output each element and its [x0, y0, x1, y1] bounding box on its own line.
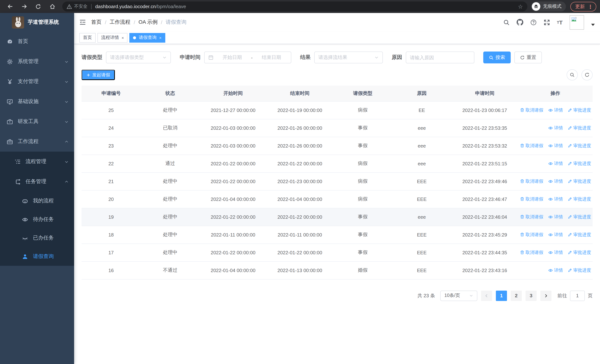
cancel-leave-link[interactable]: 取消请假: [520, 107, 543, 113]
tag-home[interactable]: 首页: [79, 33, 96, 42]
browser-back-icon[interactable]: [4, 2, 16, 11]
sidebar-item-task-mgmt[interactable]: 任务管理: [0, 172, 74, 192]
approval-progress-link[interactable]: 审批进度: [568, 142, 591, 149]
close-icon[interactable]: ×: [122, 35, 124, 40]
approval-progress-link[interactable]: 审批进度: [568, 107, 591, 113]
sidebar-item-process-mgmt[interactable]: 流程管理: [0, 152, 74, 172]
cancel-leave-link[interactable]: 取消请假: [520, 232, 543, 238]
cell-reason: EEE: [392, 190, 451, 208]
approval-progress-link[interactable]: 审批进度: [568, 267, 591, 273]
cancel-leave-link[interactable]: 取消请假: [520, 214, 543, 220]
eye-icon: [548, 108, 553, 112]
browser-reload-icon[interactable]: [32, 2, 45, 11]
browser-menu-icon[interactable]: ⋮: [588, 4, 593, 9]
detail-link[interactable]: 详情: [548, 249, 563, 256]
sidebar-item-todo-tasks[interactable]: 待办任务: [0, 210, 74, 229]
detail-link[interactable]: 详情: [548, 160, 563, 167]
cancel-leave-label: 取消请假: [525, 232, 543, 238]
refresh-table-button[interactable]: [581, 69, 593, 80]
approval-progress-link[interactable]: 审批进度: [568, 178, 591, 184]
address-bar[interactable]: 不安全 dashboard.yudao.iocoder.cn/bpm/oa/le…: [62, 1, 527, 11]
col-leave-type: 请假类型: [333, 86, 392, 101]
detail-link[interactable]: 详情: [548, 142, 563, 149]
result-label: 结果: [300, 54, 310, 61]
search-icon[interactable]: [503, 19, 509, 25]
page-size-select[interactable]: 10条/页: [440, 290, 477, 301]
help-icon[interactable]: [530, 19, 536, 25]
sidebar-item-devtools[interactable]: 研发工具: [0, 112, 74, 131]
page-button-2[interactable]: 2: [511, 290, 522, 301]
breadcrumb-oa-example[interactable]: OA 示例: [139, 19, 158, 26]
detail-link[interactable]: 详情: [548, 232, 563, 238]
close-icon[interactable]: ×: [159, 35, 162, 40]
search-icon: [570, 72, 575, 77]
goto-page-input[interactable]: [570, 290, 585, 301]
avatar-caret-icon[interactable]: [591, 24, 595, 26]
sidebar-item-home[interactable]: 首页: [0, 31, 74, 52]
create-leave-button[interactable]: 发起请假: [82, 70, 115, 80]
sidebar-item-leave-query[interactable]: 请假查询: [0, 247, 74, 266]
approval-progress-link[interactable]: 审批进度: [568, 125, 591, 131]
tag-leave-query[interactable]: 请假查询 ×: [130, 33, 165, 42]
detail-link[interactable]: 详情: [548, 178, 563, 184]
breadcrumb-workflow[interactable]: 工作流程: [110, 19, 131, 26]
approval-progress-link[interactable]: 审批进度: [568, 196, 591, 202]
cell-start-time: 2022-01-04 00:00:00: [200, 190, 266, 208]
tag-process-detail[interactable]: 流程详情 ×: [97, 33, 128, 42]
fullscreen-icon[interactable]: [544, 19, 550, 25]
result-select[interactable]: 请选择流结果: [314, 52, 383, 63]
approval-progress-link[interactable]: 审批进度: [568, 214, 591, 220]
detail-link[interactable]: 详情: [548, 214, 563, 220]
breadcrumb-home[interactable]: 首页: [91, 19, 102, 26]
detail-link[interactable]: 详情: [548, 107, 563, 113]
sidebar-item-infra[interactable]: 基础设施: [0, 92, 74, 112]
sidebar-logo-row[interactable]: 芋道管理系统: [0, 13, 74, 31]
cell-apply-id: 24: [82, 119, 141, 137]
sidebar-item-label: 流程管理: [26, 158, 46, 165]
col-reason: 原因: [392, 86, 451, 101]
sidebar-item-my-process[interactable]: 我的流程: [0, 192, 74, 210]
page-button-3[interactable]: 3: [525, 290, 537, 301]
search-button[interactable]: 搜索: [483, 52, 511, 63]
page-button-1[interactable]: 1: [496, 290, 507, 301]
cancel-leave-link[interactable]: 取消请假: [520, 196, 543, 202]
sidebar-item-system[interactable]: 系统管理: [0, 52, 74, 72]
browser-home-icon[interactable]: [46, 2, 58, 11]
font-size-icon[interactable]: TT: [557, 19, 562, 25]
cancel-leave-link[interactable]: 取消请假: [520, 178, 543, 184]
bookmark-star-icon[interactable]: ☆: [518, 4, 523, 9]
sidebar-item-workflow[interactable]: 工作流程: [0, 131, 74, 152]
sidebar-collapse-icon[interactable]: [79, 19, 86, 26]
app-title: 芋道管理系统: [28, 19, 59, 26]
avatar[interactable]: [570, 15, 584, 29]
cell-leave-type: 事假: [333, 243, 392, 261]
cancel-leave-link[interactable]: 取消请假: [520, 249, 543, 256]
show-search-toggle-button[interactable]: [567, 69, 578, 80]
tags-view-bar: 首页 流程详情 × 请假查询 ×: [74, 31, 600, 44]
reset-button[interactable]: 重置: [514, 52, 542, 63]
leave-type-select[interactable]: 请选择请假类型: [106, 52, 171, 63]
sidebar-item-done-tasks[interactable]: 已办任务: [0, 229, 74, 247]
detail-link[interactable]: 详情: [548, 196, 563, 202]
browser-update-button[interactable]: 更新 ⋮: [570, 2, 596, 11]
browser-forward-icon[interactable]: [18, 2, 30, 11]
apply-time-range-picker[interactable]: 开始日期 - 结束日期: [204, 52, 291, 63]
cell-actions: 取消请假 详情 审批进度: [518, 190, 593, 208]
reason-input[interactable]: [410, 55, 470, 60]
approval-progress-link[interactable]: 审批进度: [568, 232, 591, 238]
sidebar-item-payment[interactable]: 支付管理: [0, 72, 74, 92]
prev-page-button[interactable]: [481, 290, 492, 301]
update-label[interactable]: 更新: [575, 3, 585, 10]
cancel-leave-link[interactable]: 取消请假: [520, 142, 543, 149]
approval-progress-link[interactable]: 审批进度: [568, 160, 591, 167]
detail-link[interactable]: 详情: [548, 267, 563, 273]
sidebar-item-label: 研发工具: [18, 118, 38, 125]
next-page-button[interactable]: [540, 290, 552, 301]
detail-link[interactable]: 详情: [548, 125, 563, 131]
breadcrumb-separator: /: [105, 19, 106, 25]
table-row: 24 已取消 2022-01-03 00:00:00 2022-01-26 00…: [82, 119, 593, 137]
security-warning-icon[interactable]: 不安全: [67, 3, 87, 10]
table-row: 16 不通过 2022-01-04 00:00:00 2022-01-13 00…: [82, 261, 593, 279]
approval-progress-link[interactable]: 审批进度: [568, 249, 591, 256]
github-icon[interactable]: [516, 19, 523, 26]
